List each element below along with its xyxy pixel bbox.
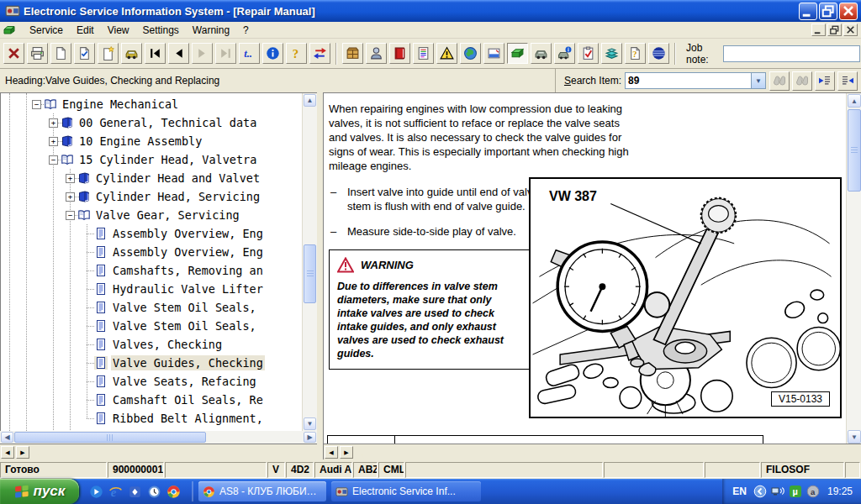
menu-service[interactable]: Service bbox=[23, 23, 70, 38]
toolbar-button-exit-icon[interactable] bbox=[3, 43, 24, 64]
quick-launch-chrome-icon[interactable] bbox=[166, 485, 181, 499]
toolbar-button-arrows-swap-icon[interactable] bbox=[309, 43, 330, 64]
tree-item-selected[interactable]: Valve Guides, Checking bbox=[1, 354, 302, 372]
toolbar-button-car-info-icon[interactable] bbox=[554, 43, 575, 64]
menu-edit[interactable]: Edit bbox=[70, 23, 101, 38]
toolbar-button-t-cmd-icon[interactable]: t.. bbox=[239, 43, 260, 64]
heading-button-list-arrow-right-icon[interactable] bbox=[837, 71, 858, 91]
toolbar-button-books-teal-icon[interactable] bbox=[601, 43, 622, 64]
taskbar-window-button[interactable]: AS8 - КЛУБ ЛЮБИТЕ... bbox=[198, 481, 326, 501]
menu-settings[interactable]: Settings bbox=[136, 23, 186, 38]
mdi-close-button[interactable] bbox=[843, 24, 858, 36]
tree-item[interactable]: +00 General, Technical data bbox=[1, 113, 302, 132]
job-note-input[interactable] bbox=[723, 45, 860, 62]
language-indicator[interactable]: EN bbox=[732, 486, 747, 497]
toolbar-button-doc-new-icon[interactable] bbox=[50, 43, 71, 64]
tab-scroll-left-icon[interactable]: ◀ bbox=[325, 446, 338, 459]
tree-item[interactable]: Camshafts, Removing an bbox=[1, 261, 302, 280]
toolbar-button-car-gray-icon[interactable] bbox=[531, 43, 552, 64]
tree-item[interactable]: +Cylinder Head, Servicing bbox=[1, 187, 302, 206]
toolbar-button-clipboard-check-icon[interactable] bbox=[578, 43, 599, 64]
toolbar-button-doc-list-icon[interactable] bbox=[413, 43, 434, 64]
tray-utorrent-icon[interactable]: µ bbox=[789, 485, 802, 498]
toolbar-button-parts-box-icon[interactable] bbox=[342, 43, 363, 64]
tree-item[interactable]: Valve Stem Oil Seals, bbox=[1, 298, 302, 317]
tree-hscroll-thumb[interactable] bbox=[14, 432, 206, 443]
quick-launch-internet-explorer-icon[interactable]: e bbox=[108, 485, 123, 499]
search-item-combobox[interactable]: 89 ▼ bbox=[625, 72, 766, 89]
tree-item[interactable]: Valve Stem Oil Seals, bbox=[1, 317, 302, 335]
tray-network-icon[interactable] bbox=[771, 485, 784, 498]
scroll-up-icon[interactable]: ▲ bbox=[304, 94, 316, 107]
toolbar-button-doc-check-icon[interactable] bbox=[74, 43, 95, 64]
collapse-icon[interactable]: − bbox=[66, 211, 75, 220]
tree-vertical-scrollbar[interactable]: ▲ ▼ bbox=[302, 93, 317, 431]
toolbar-button-window-split-icon[interactable] bbox=[483, 43, 504, 64]
heading-button-binoculars-icon[interactable] bbox=[792, 71, 812, 91]
document-vertical-scrollbar[interactable]: ▲ ▼ bbox=[846, 93, 861, 444]
tray-chevron-left-icon[interactable] bbox=[753, 485, 767, 498]
start-button[interactable]: пуск bbox=[0, 479, 79, 504]
taskbar-clock[interactable]: 19:25 bbox=[827, 486, 853, 497]
mdi-minimize-button[interactable] bbox=[811, 24, 826, 36]
heading-button-list-arrow-left-icon[interactable] bbox=[815, 71, 835, 91]
toolbar-button-nav-next-icon[interactable] bbox=[192, 43, 213, 64]
toolbar-button-brick-green-icon[interactable] bbox=[507, 43, 528, 64]
tree-item[interactable]: +Cylinder Head and Valvet bbox=[1, 169, 302, 187]
tree-scroll-thumb[interactable] bbox=[304, 244, 316, 303]
chevron-down-icon[interactable]: ▼ bbox=[751, 73, 765, 88]
scroll-down-icon[interactable]: ▼ bbox=[304, 417, 316, 430]
toolbar-button-book-red-icon[interactable] bbox=[389, 43, 410, 64]
tab-scroll-left-icon[interactable]: ◀ bbox=[1, 446, 14, 459]
restore-button[interactable] bbox=[819, 3, 837, 20]
toolbar-button-info-icon[interactable] bbox=[262, 43, 283, 64]
expand-icon[interactable]: + bbox=[49, 137, 58, 146]
tree-item[interactable]: Camshaft Oil Seals, Re bbox=[1, 391, 302, 409]
tree-item[interactable]: Hydraulic Valve Lifter bbox=[1, 280, 302, 298]
scroll-left-icon[interactable]: ◀ bbox=[1, 432, 13, 443]
menu-warning[interactable]: Warning bbox=[186, 23, 236, 38]
tab-scroll-right-icon[interactable]: ▶ bbox=[16, 446, 29, 459]
toolbar-button-nav-last-icon[interactable] bbox=[215, 43, 236, 64]
minimize-button[interactable] bbox=[799, 3, 817, 20]
expand-icon[interactable]: + bbox=[49, 118, 58, 128]
menu-?[interactable]: ? bbox=[236, 23, 256, 38]
quick-launch-messenger-blue-icon[interactable] bbox=[128, 485, 142, 499]
toolbar-button-globe-icon[interactable] bbox=[460, 43, 481, 64]
tree-item[interactable]: Valves, Checking bbox=[1, 335, 302, 354]
expand-icon[interactable]: + bbox=[66, 192, 75, 202]
toolbar-button-doc-question-icon[interactable]: ? bbox=[625, 43, 646, 64]
tray-avast-icon[interactable]: a bbox=[806, 485, 820, 498]
expand-icon[interactable]: + bbox=[66, 174, 75, 183]
mdi-restore-button[interactable] bbox=[827, 24, 842, 36]
scroll-down-icon[interactable]: ▼ bbox=[848, 430, 861, 444]
menu-view[interactable]: View bbox=[101, 23, 136, 38]
toolbar-button-globe-lines-icon[interactable] bbox=[648, 43, 669, 64]
tree-item[interactable]: Ribbed Belt Alignment, bbox=[1, 409, 302, 428]
tree-item[interactable]: Assembly Overview, Eng bbox=[1, 243, 302, 261]
panel-splitter[interactable] bbox=[317, 92, 323, 459]
tab-scroll-right-icon[interactable]: ▶ bbox=[340, 446, 353, 459]
toolbar-button-nav-prev-icon[interactable] bbox=[168, 43, 189, 64]
close-button[interactable] bbox=[839, 3, 858, 20]
scroll-up-icon[interactable]: ▲ bbox=[848, 94, 861, 108]
tree-item[interactable]: Assembly Overview, Eng bbox=[1, 224, 302, 243]
taskbar-window-button[interactable]: Electronic Service Inf... bbox=[331, 481, 481, 501]
tree-item[interactable]: −Valve Gear, Servicing bbox=[1, 206, 302, 224]
tree-item[interactable]: −Engine Mechanical bbox=[1, 95, 302, 113]
tree-item[interactable]: Valve Seats, Refacing bbox=[1, 372, 302, 391]
tree-horizontal-scrollbar[interactable]: ◀ ▶ bbox=[0, 431, 317, 444]
toolbar-button-car-yellow-icon[interactable] bbox=[121, 43, 142, 64]
scroll-right-icon[interactable]: ▶ bbox=[304, 432, 316, 443]
toolbar-button-nav-first-icon[interactable] bbox=[145, 43, 166, 64]
collapse-icon[interactable]: − bbox=[49, 155, 58, 165]
toolbar-button-doc-star-icon[interactable] bbox=[98, 43, 119, 64]
quick-launch-player-blue-icon[interactable] bbox=[89, 485, 103, 499]
tree-item[interactable]: −15 Cylinder Head, Valvetra bbox=[1, 150, 302, 169]
heading-button-binoculars-icon[interactable] bbox=[769, 71, 790, 91]
toolbar-button-print-icon[interactable] bbox=[27, 43, 48, 64]
toolbar-button-help-icon[interactable]: ? bbox=[286, 43, 307, 64]
toolbar-button-person-icon[interactable] bbox=[366, 43, 387, 64]
quick-launch-clock-app-icon[interactable] bbox=[147, 485, 161, 499]
toolbar-button-warn-triangle-icon[interactable] bbox=[436, 43, 457, 64]
